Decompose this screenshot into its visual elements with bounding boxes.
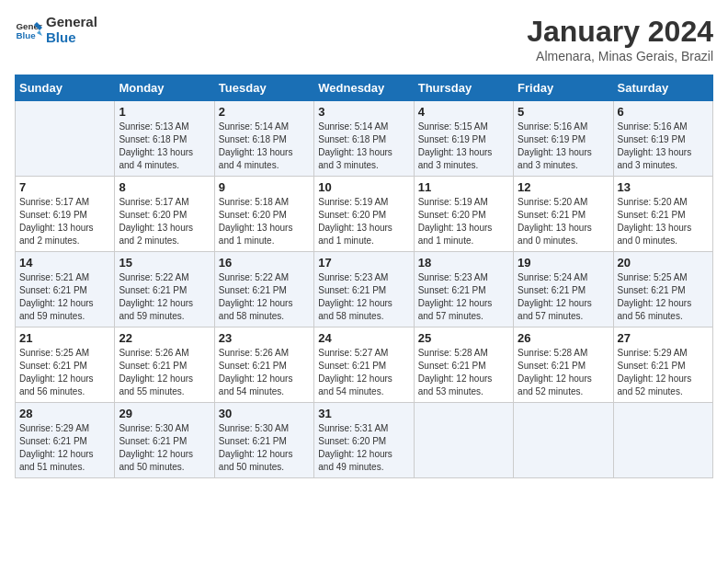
logo: General Blue General Blue bbox=[15, 15, 97, 45]
day-info: Sunrise: 5:23 AM Sunset: 6:21 PM Dayligh… bbox=[318, 271, 409, 323]
day-number: 2 bbox=[219, 105, 310, 119]
day-number: 25 bbox=[418, 331, 509, 345]
calendar-cell: 8Sunrise: 5:17 AM Sunset: 6:20 PM Daylig… bbox=[115, 177, 214, 252]
day-info: Sunrise: 5:15 AM Sunset: 6:19 PM Dayligh… bbox=[418, 121, 509, 172]
calendar-cell bbox=[514, 403, 613, 478]
title-block: January 2024 Almenara, Minas Gerais, Bra… bbox=[527, 15, 713, 63]
day-info: Sunrise: 5:30 AM Sunset: 6:21 PM Dayligh… bbox=[119, 422, 210, 474]
day-number: 17 bbox=[318, 256, 409, 270]
weekday-saturday: Saturday bbox=[613, 75, 712, 101]
day-number: 29 bbox=[119, 407, 210, 420]
weekday-header-row: SundayMondayTuesdayWednesdayThursdayFrid… bbox=[16, 75, 713, 101]
day-info: Sunrise: 5:28 AM Sunset: 6:21 PM Dayligh… bbox=[518, 347, 609, 398]
calendar-cell: 17Sunrise: 5:23 AM Sunset: 6:21 PM Dayli… bbox=[314, 252, 414, 327]
weekday-monday: Monday bbox=[115, 75, 214, 101]
day-info: Sunrise: 5:19 AM Sunset: 6:20 PM Dayligh… bbox=[318, 196, 409, 247]
day-info: Sunrise: 5:29 AM Sunset: 6:21 PM Dayligh… bbox=[618, 347, 709, 398]
day-info: Sunrise: 5:28 AM Sunset: 6:21 PM Dayligh… bbox=[418, 347, 509, 398]
day-number: 11 bbox=[418, 180, 509, 194]
calendar-cell: 3Sunrise: 5:14 AM Sunset: 6:18 PM Daylig… bbox=[314, 101, 414, 177]
calendar-cell: 26Sunrise: 5:28 AM Sunset: 6:21 PM Dayli… bbox=[514, 327, 613, 403]
day-number: 8 bbox=[119, 180, 210, 194]
calendar-cell: 12Sunrise: 5:20 AM Sunset: 6:21 PM Dayli… bbox=[514, 177, 613, 252]
day-number: 7 bbox=[19, 180, 110, 194]
day-number: 19 bbox=[518, 256, 609, 270]
day-number: 30 bbox=[219, 407, 310, 420]
calendar-cell: 10Sunrise: 5:19 AM Sunset: 6:20 PM Dayli… bbox=[314, 177, 414, 252]
day-info: Sunrise: 5:26 AM Sunset: 6:21 PM Dayligh… bbox=[219, 347, 310, 398]
day-info: Sunrise: 5:26 AM Sunset: 6:21 PM Dayligh… bbox=[119, 347, 210, 398]
day-info: Sunrise: 5:27 AM Sunset: 6:21 PM Dayligh… bbox=[318, 347, 409, 398]
day-info: Sunrise: 5:22 AM Sunset: 6:21 PM Dayligh… bbox=[119, 271, 210, 323]
page-header: General Blue General Blue January 2024 A… bbox=[15, 15, 713, 63]
day-number: 27 bbox=[618, 331, 709, 345]
calendar-header: SundayMondayTuesdayWednesdayThursdayFrid… bbox=[16, 75, 713, 101]
calendar-cell: 27Sunrise: 5:29 AM Sunset: 6:21 PM Dayli… bbox=[613, 327, 712, 403]
day-number: 12 bbox=[518, 180, 609, 194]
calendar-week-row: 1Sunrise: 5:13 AM Sunset: 6:18 PM Daylig… bbox=[16, 101, 713, 177]
day-info: Sunrise: 5:25 AM Sunset: 6:21 PM Dayligh… bbox=[618, 271, 709, 323]
calendar-cell: 22Sunrise: 5:26 AM Sunset: 6:21 PM Dayli… bbox=[115, 327, 214, 403]
calendar-cell: 4Sunrise: 5:15 AM Sunset: 6:19 PM Daylig… bbox=[414, 101, 513, 177]
day-number: 18 bbox=[418, 256, 509, 270]
calendar-cell bbox=[16, 101, 115, 177]
day-info: Sunrise: 5:14 AM Sunset: 6:18 PM Dayligh… bbox=[318, 121, 409, 172]
day-number: 1 bbox=[119, 105, 210, 119]
calendar-cell: 18Sunrise: 5:23 AM Sunset: 6:21 PM Dayli… bbox=[414, 252, 513, 327]
month-title: January 2024 bbox=[527, 15, 713, 49]
weekday-thursday: Thursday bbox=[414, 75, 513, 101]
calendar-cell: 16Sunrise: 5:22 AM Sunset: 6:21 PM Dayli… bbox=[214, 252, 313, 327]
calendar-cell: 24Sunrise: 5:27 AM Sunset: 6:21 PM Dayli… bbox=[314, 327, 414, 403]
logo-line2: Blue bbox=[46, 30, 97, 46]
logo-icon: General Blue bbox=[15, 17, 42, 44]
day-info: Sunrise: 5:30 AM Sunset: 6:21 PM Dayligh… bbox=[219, 422, 310, 474]
calendar-body: 1Sunrise: 5:13 AM Sunset: 6:18 PM Daylig… bbox=[16, 101, 713, 478]
calendar-week-row: 28Sunrise: 5:29 AM Sunset: 6:21 PM Dayli… bbox=[16, 403, 713, 478]
day-info: Sunrise: 5:21 AM Sunset: 6:21 PM Dayligh… bbox=[19, 271, 110, 323]
day-info: Sunrise: 5:18 AM Sunset: 6:20 PM Dayligh… bbox=[219, 196, 310, 247]
day-info: Sunrise: 5:14 AM Sunset: 6:18 PM Dayligh… bbox=[219, 121, 310, 172]
calendar-cell: 11Sunrise: 5:19 AM Sunset: 6:20 PM Dayli… bbox=[414, 177, 513, 252]
day-info: Sunrise: 5:17 AM Sunset: 6:19 PM Dayligh… bbox=[19, 196, 110, 247]
weekday-friday: Friday bbox=[514, 75, 613, 101]
calendar-cell: 30Sunrise: 5:30 AM Sunset: 6:21 PM Dayli… bbox=[214, 403, 313, 478]
calendar-week-row: 14Sunrise: 5:21 AM Sunset: 6:21 PM Dayli… bbox=[16, 252, 713, 327]
calendar-cell: 14Sunrise: 5:21 AM Sunset: 6:21 PM Dayli… bbox=[16, 252, 115, 327]
day-number: 13 bbox=[618, 180, 709, 194]
day-info: Sunrise: 5:17 AM Sunset: 6:20 PM Dayligh… bbox=[119, 196, 210, 247]
day-number: 28 bbox=[19, 407, 110, 420]
calendar-cell: 20Sunrise: 5:25 AM Sunset: 6:21 PM Dayli… bbox=[613, 252, 712, 327]
day-info: Sunrise: 5:23 AM Sunset: 6:21 PM Dayligh… bbox=[418, 271, 509, 323]
day-info: Sunrise: 5:16 AM Sunset: 6:19 PM Dayligh… bbox=[618, 121, 709, 172]
day-number: 22 bbox=[119, 331, 210, 345]
day-info: Sunrise: 5:24 AM Sunset: 6:21 PM Dayligh… bbox=[518, 271, 609, 323]
day-info: Sunrise: 5:16 AM Sunset: 6:19 PM Dayligh… bbox=[518, 121, 609, 172]
calendar-cell: 23Sunrise: 5:26 AM Sunset: 6:21 PM Dayli… bbox=[214, 327, 313, 403]
calendar-cell: 31Sunrise: 5:31 AM Sunset: 6:20 PM Dayli… bbox=[314, 403, 414, 478]
calendar-cell: 9Sunrise: 5:18 AM Sunset: 6:20 PM Daylig… bbox=[214, 177, 313, 252]
calendar-cell: 29Sunrise: 5:30 AM Sunset: 6:21 PM Dayli… bbox=[115, 403, 214, 478]
calendar-cell bbox=[613, 403, 712, 478]
calendar-cell: 25Sunrise: 5:28 AM Sunset: 6:21 PM Dayli… bbox=[414, 327, 513, 403]
calendar-week-row: 7Sunrise: 5:17 AM Sunset: 6:19 PM Daylig… bbox=[16, 177, 713, 252]
day-number: 23 bbox=[219, 331, 310, 345]
calendar-cell: 28Sunrise: 5:29 AM Sunset: 6:21 PM Dayli… bbox=[16, 403, 115, 478]
day-number: 15 bbox=[119, 256, 210, 270]
svg-marker-3 bbox=[37, 30, 42, 36]
calendar-cell: 15Sunrise: 5:22 AM Sunset: 6:21 PM Dayli… bbox=[115, 252, 214, 327]
day-number: 4 bbox=[418, 105, 509, 119]
calendar-cell: 19Sunrise: 5:24 AM Sunset: 6:21 PM Dayli… bbox=[514, 252, 613, 327]
day-number: 31 bbox=[318, 407, 409, 420]
svg-text:Blue: Blue bbox=[17, 30, 37, 40]
weekday-wednesday: Wednesday bbox=[314, 75, 414, 101]
day-info: Sunrise: 5:22 AM Sunset: 6:21 PM Dayligh… bbox=[219, 271, 310, 323]
day-number: 5 bbox=[518, 105, 609, 119]
calendar-cell: 6Sunrise: 5:16 AM Sunset: 6:19 PM Daylig… bbox=[613, 101, 712, 177]
day-info: Sunrise: 5:20 AM Sunset: 6:21 PM Dayligh… bbox=[618, 196, 709, 247]
day-number: 26 bbox=[518, 331, 609, 345]
calendar-cell: 21Sunrise: 5:25 AM Sunset: 6:21 PM Dayli… bbox=[16, 327, 115, 403]
weekday-tuesday: Tuesday bbox=[214, 75, 313, 101]
weekday-sunday: Sunday bbox=[16, 75, 115, 101]
calendar-week-row: 21Sunrise: 5:25 AM Sunset: 6:21 PM Dayli… bbox=[16, 327, 713, 403]
day-number: 10 bbox=[318, 180, 409, 194]
